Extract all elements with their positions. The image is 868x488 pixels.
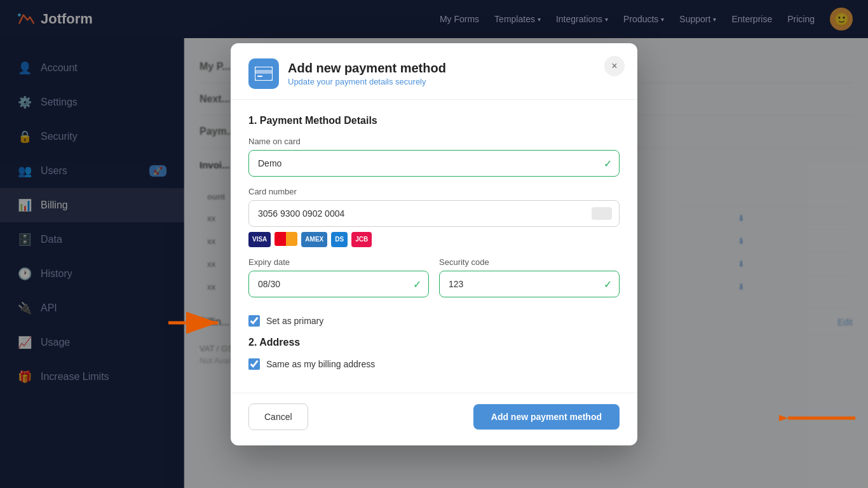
name-on-card-group: Name on card ✓ <box>248 137 620 177</box>
security-code-label: Security code <box>439 257 620 267</box>
modal-header-text: Add new payment method Update your payme… <box>288 61 446 86</box>
expiry-label: Expiry date <box>248 257 429 267</box>
card-number-label: Card number <box>248 187 620 196</box>
name-input-wrap: ✓ <box>248 150 620 177</box>
security-code-wrap: ✓ <box>439 271 620 297</box>
security-code-group: Security code ✓ <box>439 257 620 297</box>
name-valid-icon: ✓ <box>604 157 612 169</box>
amex-icon: AMEX <box>301 232 327 247</box>
same-billing-label[interactable]: Same as my billing address <box>266 359 375 369</box>
expiry-security-row: Expiry date ✓ Security code ✓ <box>248 257 620 308</box>
modal-overlay: Add new payment method Update your payme… <box>0 0 868 488</box>
set-primary-checkbox[interactable] <box>248 315 260 327</box>
set-primary-label[interactable]: Set as primary <box>266 316 323 326</box>
expiry-input-wrap: ✓ <box>248 271 429 297</box>
visa-icon: VISA <box>248 232 271 247</box>
card-peek-icon <box>592 207 612 220</box>
expiry-input[interactable] <box>248 271 429 297</box>
security-code-input[interactable] <box>439 271 620 297</box>
same-billing-checkbox[interactable] <box>248 358 260 370</box>
expiry-valid-icon: ✓ <box>413 278 421 290</box>
cancel-button[interactable]: Cancel <box>248 403 308 430</box>
payment-icon <box>248 58 279 89</box>
same-billing-row: Same as my billing address <box>248 358 620 370</box>
name-label: Name on card <box>248 137 620 146</box>
modal-header: Add new payment method Update your payme… <box>231 43 637 100</box>
mastercard-icon <box>275 232 297 246</box>
add-payment-modal: Add new payment method Update your payme… <box>231 43 637 445</box>
arrow-indicator-submit <box>779 407 855 432</box>
svg-rect-8 <box>257 76 262 77</box>
section1-title: 1. Payment Method Details <box>248 115 620 126</box>
section2-title: 2. Address <box>248 337 620 348</box>
modal-close-button[interactable]: × <box>604 56 625 76</box>
arrow-indicator-primary <box>168 311 226 334</box>
name-input[interactable] <box>248 150 620 177</box>
card-number-input[interactable] <box>248 200 620 227</box>
modal-body: 1. Payment Method Details Name on card ✓… <box>231 100 637 393</box>
security-code-valid-icon: ✓ <box>604 278 612 290</box>
discover-icon: DS <box>331 232 348 247</box>
modal-title: Add new payment method <box>288 61 446 76</box>
card-brand-icons: VISA AMEX DS JCB <box>248 232 620 247</box>
modal-subtitle: Update your payment details securely <box>288 77 446 86</box>
card-number-wrap <box>248 200 620 227</box>
card-number-group: Card number VISA AMEX DS JCB <box>248 187 620 247</box>
svg-rect-7 <box>255 70 273 74</box>
modal-footer: Cancel Add new payment method <box>231 393 637 445</box>
add-payment-button[interactable]: Add new payment method <box>473 404 620 430</box>
expiry-group: Expiry date ✓ <box>248 257 429 297</box>
jcb-icon: JCB <box>351 232 372 247</box>
set-primary-row: Set as primary <box>248 315 620 327</box>
